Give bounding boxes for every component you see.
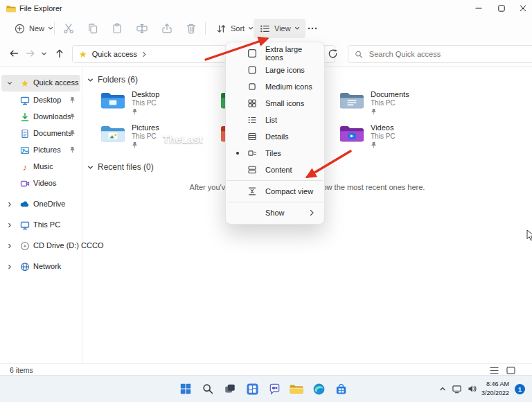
- content-view-icon: [247, 164, 258, 175]
- new-button[interactable]: New: [8, 19, 59, 38]
- search-input[interactable]: [368, 49, 532, 59]
- network-icon: [20, 262, 30, 272]
- taskbar: 8:46 AM 3/20/2022 1: [0, 375, 532, 402]
- sidebar-item-desktop[interactable]: Desktop: [1, 92, 80, 109]
- menu-item-content[interactable]: Content: [229, 161, 321, 178]
- menu-item-list[interactable]: List: [229, 112, 321, 128]
- copy-button[interactable]: [82, 19, 103, 38]
- widgets-button[interactable]: [242, 379, 262, 399]
- taskbar-clock[interactable]: 8:46 AM 3/20/2022: [469, 380, 509, 397]
- delete-button[interactable]: [181, 19, 202, 38]
- large-thumbnails-toggle[interactable]: [504, 365, 517, 375]
- folder-tile-videos[interactable]: Videos This PC: [339, 123, 457, 157]
- view-icon: [259, 23, 271, 35]
- chevron-right-icon[interactable]: [7, 243, 12, 249]
- this-pc-icon: [20, 220, 30, 230]
- sidebar-item-this-pc[interactable]: This PC: [1, 217, 80, 234]
- up-button[interactable]: [51, 45, 68, 62]
- windows-start-icon: [179, 383, 192, 395]
- chevron-right-icon[interactable]: [7, 222, 12, 228]
- sidebar-item-pictures[interactable]: Pictures: [1, 142, 80, 159]
- maximize-button[interactable]: [490, 0, 513, 17]
- watermark: TheLast: [163, 133, 203, 145]
- forward-button[interactable]: [22, 45, 39, 62]
- breadcrumb[interactable]: Quick access: [92, 50, 137, 58]
- chevron-right-icon[interactable]: [7, 264, 12, 270]
- sidebar-item-documents[interactable]: Documents: [1, 125, 80, 142]
- sidebar-item-cd-drive[interactable]: CD Drive (D:) CCCO: [1, 238, 80, 254]
- notification-badge[interactable]: 1: [515, 384, 525, 394]
- sidebar-item-label: Downloads: [33, 112, 71, 121]
- sidebar-item-label: Pictures: [33, 146, 61, 154]
- menu-item-small-icons[interactable]: Small icons: [229, 95, 321, 112]
- widgets-icon: [246, 383, 259, 396]
- sidebar-item-network[interactable]: Network: [1, 259, 80, 275]
- folder-tile-documents[interactable]: Documents This PC: [339, 90, 457, 123]
- store-button[interactable]: [331, 379, 351, 399]
- recent-locations-button[interactable]: [37, 45, 50, 62]
- sidebar-item-music[interactable]: ♪ Music: [1, 159, 80, 175]
- rename-button[interactable]: [132, 19, 152, 38]
- ellipsis-icon: [307, 23, 318, 34]
- chevron-down-icon: [41, 51, 47, 57]
- refresh-button[interactable]: [324, 45, 341, 62]
- chevron-right-icon[interactable]: [7, 202, 12, 207]
- file-explorer-taskbar-button[interactable]: [287, 379, 306, 399]
- sidebar-item-videos[interactable]: Videos: [1, 175, 80, 192]
- edge-button[interactable]: [309, 379, 328, 399]
- sidebar-item-onedrive[interactable]: OneDrive: [1, 196, 80, 213]
- menu-item-label: Show: [265, 209, 285, 217]
- menu-item-show[interactable]: Show: [229, 204, 321, 221]
- view-button-label: View: [274, 24, 291, 33]
- task-view-button[interactable]: [220, 379, 240, 399]
- folder-location: This PC: [132, 132, 159, 140]
- task-view-icon: [224, 383, 236, 395]
- menu-item-label: Compact view: [265, 187, 313, 195]
- menu-item-label: Small icons: [265, 99, 304, 107]
- chat-icon: [268, 383, 281, 396]
- cut-button[interactable]: [58, 19, 79, 38]
- folder-location: This PC: [371, 132, 396, 140]
- details-view-toggle[interactable]: [488, 365, 500, 375]
- maximize-icon: [498, 5, 505, 12]
- minimize-button[interactable]: [467, 0, 490, 17]
- more-options-button[interactable]: [302, 19, 323, 38]
- search-box[interactable]: [348, 45, 532, 63]
- close-button[interactable]: [511, 0, 532, 17]
- view-button[interactable]: View: [254, 19, 305, 38]
- sidebar-item-quick-access[interactable]: ★ Quick access: [1, 75, 80, 91]
- chevron-down-icon[interactable]: [7, 80, 12, 86]
- menu-item-compact-view[interactable]: Compact view: [229, 183, 321, 200]
- folder-tile-desktop[interactable]: Desktop This PC: [100, 90, 218, 123]
- start-button[interactable]: [176, 379, 195, 399]
- chevron-down-icon[interactable]: [87, 77, 94, 83]
- menu-item-label: Medium icons: [265, 82, 312, 91]
- menu-separator: [227, 180, 323, 181]
- paste-button[interactable]: [107, 19, 127, 38]
- back-button[interactable]: [6, 45, 22, 62]
- chevron-right-icon[interactable]: [142, 51, 147, 58]
- sidebar-item-downloads[interactable]: Downloads: [1, 109, 80, 125]
- folder-name: Videos: [371, 123, 396, 132]
- menu-item-label: Content: [265, 166, 292, 174]
- pin-icon: [69, 96, 76, 104]
- sort-button[interactable]: Sort: [210, 19, 259, 38]
- close-icon: [520, 5, 526, 12]
- chat-button[interactable]: [265, 379, 284, 399]
- chevron-down-icon: [48, 26, 53, 31]
- share-button[interactable]: [157, 19, 177, 38]
- sidebar-item-label: Videos: [33, 179, 56, 187]
- network-tray-button[interactable]: [449, 379, 464, 399]
- menu-item-tiles[interactable]: Tiles: [229, 145, 321, 161]
- menu-item-details[interactable]: Details: [229, 128, 321, 145]
- menu-item-large-icons[interactable]: Large icons: [229, 62, 321, 78]
- folders-section-header[interactable]: Folders (6): [87, 75, 138, 85]
- recent-files-section-header[interactable]: Recent files (0): [87, 162, 154, 172]
- menu-item-medium-icons[interactable]: Medium icons: [229, 78, 321, 95]
- chevron-down-icon[interactable]: [87, 164, 94, 171]
- menu-item-label: Details: [265, 132, 289, 141]
- menu-item-extra-large-icons[interactable]: Extra large icons: [229, 45, 321, 62]
- folder-name: Desktop: [132, 90, 159, 98]
- taskbar-search-button[interactable]: [198, 379, 218, 399]
- hidden-icons-button[interactable]: [436, 379, 449, 399]
